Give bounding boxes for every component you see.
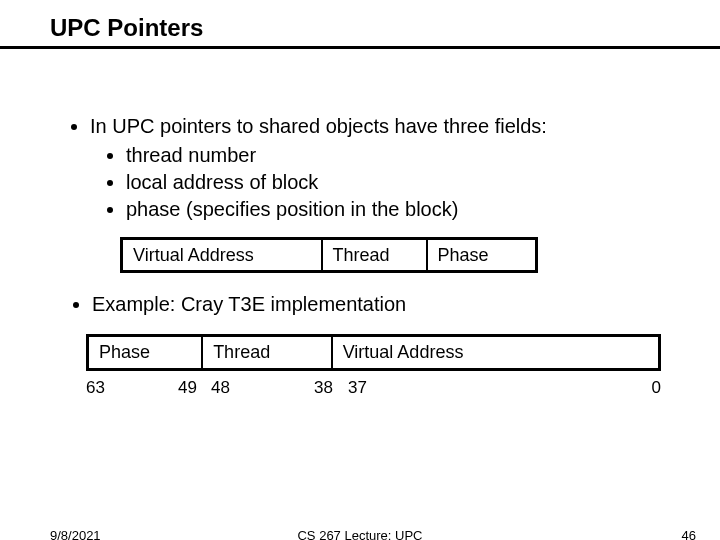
bit-indices: 63 49 48 38 37 0 — [86, 375, 661, 399]
slide: UPC Pointers In UPC pointers to shared o… — [0, 0, 720, 540]
bit-48: 48 — [211, 377, 230, 400]
sub-bullet-2: local address of block — [126, 169, 680, 196]
sub-bullet-3: phase (specifies position in the block) — [126, 196, 680, 223]
bit-37: 37 — [348, 377, 367, 400]
bit-0: 0 — [652, 377, 661, 400]
sub-bullet-1: thread number — [126, 142, 680, 169]
cray-t3e-table-wrap: Phase Thread Virtual Address — [86, 334, 680, 370]
bit-63: 63 — [86, 377, 105, 400]
footer-center: CS 267 Lecture: UPC — [0, 528, 720, 540]
pointer-fields-table-wrap: Virtual Address Thread Phase — [120, 237, 680, 273]
cell-virtual-address: Virtual Address — [122, 239, 322, 272]
bullet-example: Example: Cray T3E implementation — [92, 291, 680, 318]
slide-title: UPC Pointers — [50, 14, 720, 42]
slide-content: In UPC pointers to shared objects have t… — [0, 49, 720, 399]
cell-phase: Phase — [427, 239, 537, 272]
cell-phase-2: Phase — [88, 336, 203, 369]
cell-virtual-address-2: Virtual Address — [332, 336, 660, 369]
bit-49: 49 — [178, 377, 197, 400]
bullet-main: In UPC pointers to shared objects have t… — [90, 113, 680, 223]
bit-38: 38 — [314, 377, 333, 400]
cell-thread-2: Thread — [202, 336, 332, 369]
bullet-main-text: In UPC pointers to shared objects have t… — [90, 115, 547, 137]
sub-bullet-list: thread number local address of block pha… — [90, 142, 680, 223]
footer-page-number: 46 — [682, 528, 696, 540]
cell-thread: Thread — [322, 239, 427, 272]
bullet-list: In UPC pointers to shared objects have t… — [64, 113, 680, 223]
title-block: UPC Pointers — [0, 0, 720, 42]
cray-t3e-table: Phase Thread Virtual Address — [86, 334, 661, 370]
pointer-fields-table: Virtual Address Thread Phase — [120, 237, 538, 273]
example-bullet-list: Example: Cray T3E implementation — [66, 291, 680, 318]
